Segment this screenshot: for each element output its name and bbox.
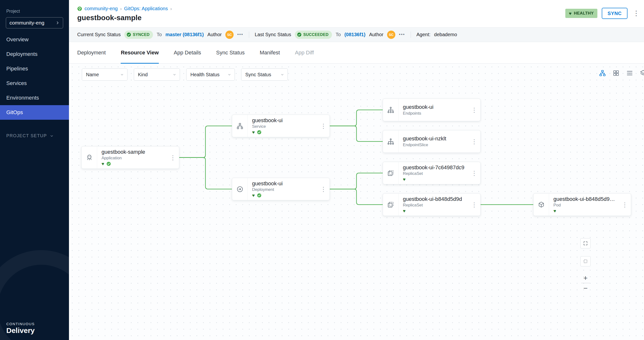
sidebar-item-label: Overview xyxy=(6,36,29,43)
filter-label: Sync Status xyxy=(245,72,271,78)
sidebar-item-label: Environments xyxy=(6,95,39,101)
sidebar-item-overview[interactable]: Overview xyxy=(0,32,69,47)
tab-label: Deployment xyxy=(77,50,106,56)
pod-icon xyxy=(534,194,549,216)
tab-app-details[interactable]: App Details xyxy=(174,42,201,64)
node-pod[interactable]: guestbook-ui-b848d5d9… Pod ♥ ⋮ xyxy=(533,193,631,216)
tab-label: Sync Status xyxy=(216,50,244,56)
zoom-out-icon[interactable]: − xyxy=(580,283,590,293)
node-replicaset-7c64987dc9[interactable]: guestbook-ui-7c64987dc9 ReplicaSet ♥ ⋮ xyxy=(383,162,480,184)
node-kind: Application xyxy=(102,156,169,160)
sidebar-item-gitops[interactable]: GitOps xyxy=(0,105,69,120)
author-label: Author xyxy=(208,32,222,38)
to-label: To xyxy=(336,32,341,38)
to-label: To xyxy=(157,32,162,38)
sidebar-item-pipelines[interactable]: Pipelines xyxy=(0,62,69,76)
project-setup-section[interactable]: PROJECT SETUP xyxy=(0,133,69,138)
node-replicaset-b848d5d9d[interactable]: guestbook-ui-b848d5d9d ReplicaSet ♥ ⋮ xyxy=(383,193,480,216)
fullscreen-icon xyxy=(583,241,588,246)
view-switcher xyxy=(599,70,644,77)
sidebar-item-label: Deployments xyxy=(6,51,38,57)
node-status: ♥ xyxy=(102,161,169,166)
sync-status-bar: Current Sync Status SYNCED To master (08… xyxy=(69,27,644,42)
last-revision-link[interactable]: (08136f1) xyxy=(344,32,366,38)
node-menu-icon[interactable]: ⋮ xyxy=(622,202,628,208)
chevron-down-icon xyxy=(228,73,231,76)
node-deployment[interactable]: guestbook-ui Deployment ♥ ⋮ xyxy=(232,178,330,200)
header-menu-icon[interactable]: ⋮ xyxy=(632,10,640,17)
filter-health-status-dropdown[interactable]: Health Status xyxy=(186,68,235,81)
tab-resource-view[interactable]: Resource View xyxy=(121,42,158,64)
chevron-down-icon xyxy=(120,73,124,76)
filter-sync-status-dropdown[interactable]: Sync Status xyxy=(241,68,288,81)
node-kind: ReplicaSet xyxy=(403,171,470,176)
replicaset-icon xyxy=(383,162,398,184)
node-menu-icon[interactable]: ⋮ xyxy=(170,154,176,161)
application-icon xyxy=(82,146,97,168)
chevron-down-icon xyxy=(173,73,176,76)
node-name: guestbook-ui-b848d5d9… xyxy=(554,196,621,202)
author-avatar[interactable]: SC xyxy=(225,30,234,39)
resource-tree-canvas[interactable]: Name Kind Health Status Sync Status xyxy=(69,64,644,340)
breadcrumb-project-link[interactable]: community-eng xyxy=(84,6,118,12)
node-kind: Service xyxy=(252,124,319,129)
author-avatar[interactable]: SC xyxy=(387,30,395,39)
chevron-down-icon xyxy=(280,73,284,76)
endpointslice-icon xyxy=(383,130,398,152)
breadcrumb-section-link[interactable]: GitOps: Applications xyxy=(124,6,168,12)
sync-button-label: SYNC xyxy=(608,11,622,16)
filter-kind-dropdown[interactable]: Kind xyxy=(134,68,180,81)
deployment-icon xyxy=(232,178,248,200)
tab-bar: Deployment Resource View App Details Syn… xyxy=(69,42,644,64)
project-selector[interactable]: community-eng xyxy=(6,17,63,28)
tab-label: App Diff xyxy=(295,50,314,56)
filter-name-dropdown[interactable]: Name xyxy=(82,68,128,81)
tab-label: App Details xyxy=(174,50,201,56)
current-sync-badge: SYNCED xyxy=(124,30,153,39)
more-options-icon[interactable]: ••• xyxy=(237,32,243,37)
node-service[interactable]: guestbook-ui Service ♥ ⋮ xyxy=(232,115,330,137)
tree-view-icon[interactable] xyxy=(599,70,606,77)
node-menu-icon[interactable]: ⋮ xyxy=(471,202,478,208)
node-menu-icon[interactable]: ⋮ xyxy=(320,123,326,129)
grid-view-icon[interactable] xyxy=(612,70,620,77)
tab-label: Manifest xyxy=(260,50,280,56)
overflow-view-icon[interactable] xyxy=(640,70,644,77)
tab-manifest[interactable]: Manifest xyxy=(260,42,280,64)
sync-button[interactable]: SYNC xyxy=(602,8,628,19)
check-circle-icon xyxy=(126,32,131,37)
sidebar-item-environments[interactable]: Environments xyxy=(0,90,69,105)
filter-bar: Name Kind Health Status Sync Status xyxy=(82,68,294,81)
synced-check-icon xyxy=(106,162,111,166)
module-brand: CONTINUOUS Delivery xyxy=(6,322,35,335)
breadcrumb-separator: › xyxy=(170,6,172,12)
node-kind: ReplicaSet xyxy=(403,203,470,208)
page-title: guestbook-sample xyxy=(69,12,644,22)
fullscreen-button[interactable] xyxy=(580,238,590,248)
synced-check-icon xyxy=(257,130,262,134)
project-label: Project xyxy=(6,9,69,14)
last-sync-badge: SUCCEEDED xyxy=(295,30,332,39)
node-menu-icon[interactable]: ⋮ xyxy=(471,107,478,113)
sidebar-item-deployments[interactable]: Deployments xyxy=(0,47,69,62)
node-menu-icon[interactable]: ⋮ xyxy=(471,170,478,176)
current-revision-link[interactable]: master (08136f1) xyxy=(165,32,204,38)
healthy-heart-icon: ♥ xyxy=(102,162,104,166)
node-menu-icon[interactable]: ⋮ xyxy=(320,186,326,192)
node-application[interactable]: guestbook-sample Application ♥ ⋮ xyxy=(81,146,179,169)
last-sync-label: Last Sync Status xyxy=(255,32,291,38)
sidebar-item-services[interactable]: Services xyxy=(0,76,69,90)
sidebar-item-label: Pipelines xyxy=(6,66,28,72)
healthy-heart-icon: ♥ xyxy=(403,208,406,213)
more-options-icon[interactable]: ••• xyxy=(399,32,405,37)
node-endpointslice[interactable]: guestbook-ui-nzklt EndpointSlice ⋮ xyxy=(383,130,480,153)
node-endpoints[interactable]: guestbook-ui Endpoints ⋮ xyxy=(383,98,480,121)
list-view-icon[interactable] xyxy=(626,70,633,77)
zoom-in-icon[interactable]: + xyxy=(580,273,590,283)
tab-sync-status[interactable]: Sync Status xyxy=(216,42,244,64)
selection-button[interactable] xyxy=(580,256,590,266)
node-menu-icon[interactable]: ⋮ xyxy=(471,138,478,145)
tab-deployment[interactable]: Deployment xyxy=(77,42,106,64)
page-header: community-eng › GitOps: Applications › g… xyxy=(69,0,644,27)
healthy-heart-icon: ♥ xyxy=(403,177,406,182)
